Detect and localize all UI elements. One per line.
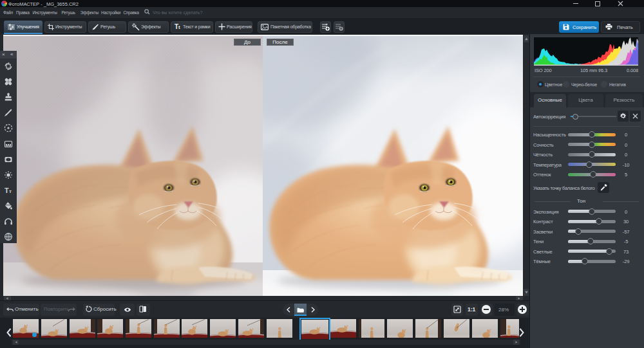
svg-text:т: т (9, 188, 12, 194)
svg-text:T: T (5, 187, 9, 194)
